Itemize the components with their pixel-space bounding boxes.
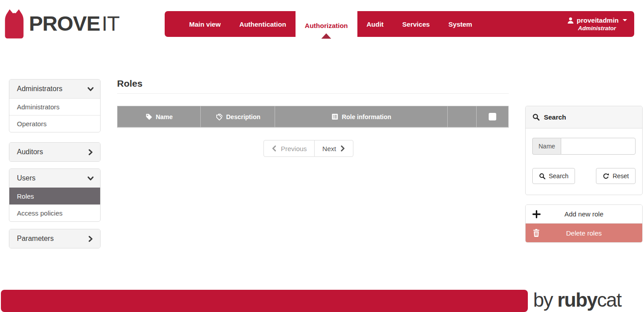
search-panel-body: Name Search Reset: [526, 128, 642, 195]
tags-icon: [215, 113, 223, 121]
person-icon: [567, 17, 574, 24]
credit-brand-tail: cat: [597, 289, 621, 311]
column-label: Role information: [342, 113, 391, 120]
name-search-input[interactable]: [561, 138, 636, 155]
sidebar-item-roles[interactable]: Roles: [9, 188, 100, 204]
add-new-role-button[interactable]: Add new role: [526, 205, 642, 224]
search-icon: [532, 113, 540, 121]
nav-audit[interactable]: Audit: [357, 11, 393, 37]
delete-roles-label: Delete roles: [526, 229, 642, 237]
credit-by: by: [533, 289, 557, 311]
sidebar-header-label: Auditors: [17, 148, 43, 156]
chevron-right-icon: [87, 236, 94, 242]
user-name: proveitadmin: [577, 16, 619, 24]
name-input-group: Name: [532, 138, 636, 155]
search-panel-header: Search: [526, 106, 642, 128]
column-label: Name: [156, 113, 173, 120]
delete-roles-button[interactable]: Delete roles: [526, 224, 642, 242]
credit-brand-bold: ruby: [557, 289, 597, 311]
pagination: Previous Next: [263, 140, 353, 157]
next-page-button[interactable]: Next: [314, 140, 353, 157]
nav-authorization-label: Authorization: [305, 22, 348, 29]
nav-authorization[interactable]: Authorization: [296, 11, 357, 40]
sidebar-group-auditors: Auditors: [9, 142, 101, 162]
nav-authentication[interactable]: Authentication: [230, 11, 296, 37]
sidebar-group-administrators: Administrators Administrators Operators: [9, 79, 101, 132]
roles-table-header: Name Description Role information: [117, 106, 509, 128]
search-button[interactable]: Search: [532, 168, 575, 184]
top-navbar: Main view Authentication Authorization A…: [165, 11, 634, 37]
caret-down-icon: [623, 19, 627, 21]
title-divider: [117, 93, 509, 94]
column-header-role-information[interactable]: Role information: [275, 106, 447, 127]
search-panel-title: Search: [544, 113, 566, 121]
nav-services[interactable]: Services: [393, 11, 439, 37]
search-button-label: Search: [549, 172, 568, 180]
reset-icon: [603, 173, 609, 180]
nav-system[interactable]: System: [439, 11, 482, 37]
sidebar-header-administrators[interactable]: Administrators: [9, 80, 100, 98]
chevron-left-icon: [271, 145, 277, 152]
sidebar-header-label: Parameters: [17, 235, 54, 243]
proveit-logo[interactable]: PROVEIT: [4, 7, 119, 40]
sidebar-header-parameters[interactable]: Parameters: [9, 229, 100, 248]
sidebar-group-users: Users Roles Access policies: [9, 168, 101, 222]
logo-text-bold: PROVE: [29, 12, 100, 35]
nav-main-view[interactable]: Main view: [180, 11, 230, 37]
column-header-description[interactable]: Description: [200, 106, 275, 127]
sidebar-header-auditors[interactable]: Auditors: [9, 143, 100, 161]
user-role: Administrator: [578, 25, 616, 32]
next-label: Next: [322, 145, 336, 152]
chevron-down-icon: [87, 175, 94, 182]
previous-label: Previous: [281, 145, 307, 152]
user-menu[interactable]: proveitadmin Administrator: [567, 11, 627, 37]
sidebar-item-access-policies[interactable]: Access policies: [9, 204, 100, 221]
reset-button-label: Reset: [612, 172, 629, 180]
page-title: Roles: [117, 78, 142, 89]
name-input-label: Name: [532, 138, 561, 155]
column-label: Description: [226, 113, 260, 120]
column-header-name[interactable]: Name: [117, 106, 200, 127]
column-header-blank: [447, 106, 476, 127]
sidebar-header-label: Administrators: [17, 85, 62, 93]
tag-icon: [145, 113, 153, 120]
sidebar-item-operators[interactable]: Operators: [9, 115, 100, 132]
previous-page-button[interactable]: Previous: [263, 140, 315, 157]
logo-text: PROVEIT: [29, 7, 119, 40]
search-panel: Search Name Search: [525, 106, 643, 195]
chevron-right-icon: [87, 149, 94, 156]
sidebar-item-administrators[interactable]: Administrators: [9, 98, 100, 115]
sidebar-group-parameters: Parameters: [9, 229, 101, 248]
select-all-checkbox[interactable]: [489, 113, 496, 120]
list-icon: [331, 113, 339, 120]
search-icon: [539, 173, 546, 180]
trash-icon: [532, 229, 540, 237]
proveit-admin-page: PROVEIT Main view Authentication Authori…: [0, 0, 644, 312]
reset-button[interactable]: Reset: [596, 168, 636, 184]
role-actions-panel: Add new role Delete roles: [525, 204, 643, 243]
plus-icon: [532, 210, 541, 218]
cat-logo-icon: [4, 7, 25, 40]
chevron-down-icon: [87, 86, 94, 92]
add-new-role-label: Add new role: [526, 210, 642, 218]
chevron-right-icon: [340, 145, 345, 152]
sidebar: Administrators Administrators Operators …: [9, 79, 101, 248]
sidebar-header-label: Users: [17, 174, 36, 182]
footer-bar: [1, 290, 528, 312]
column-header-select-all: [476, 106, 508, 127]
sidebar-header-users[interactable]: Users: [9, 169, 100, 188]
logo-text-light: IT: [102, 12, 120, 35]
active-tab-pointer-icon: [321, 33, 331, 39]
rubycat-credit: by rubycat: [533, 289, 621, 311]
